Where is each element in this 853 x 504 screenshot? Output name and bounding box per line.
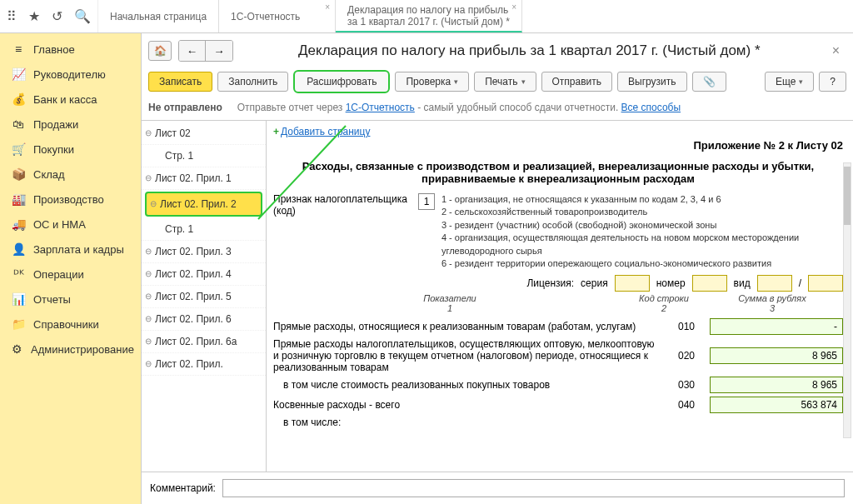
factory-icon: 🏭 (12, 192, 25, 206)
sidebar-item-bank[interactable]: 💰Банк и касса (0, 87, 141, 112)
tree-sheet02-apx6a[interactable]: ⊖Лист 02. Прил. 6а (142, 331, 266, 353)
add-page-link[interactable]: Добавить страницу (281, 126, 370, 137)
truck-icon: 🚚 (12, 217, 25, 231)
tab-start[interactable]: Начальная страница (98, 0, 219, 32)
tree-sheet02-apx1[interactable]: ⊖Лист 02. Прил. 1 (142, 167, 266, 190)
chevron-down-icon: ▾ (454, 77, 458, 86)
link-all-ways[interactable]: Все способы (621, 102, 681, 113)
sidebar-item-reports[interactable]: 📊Отчеты (0, 287, 141, 312)
collapse-icon[interactable]: ⊖ (145, 292, 152, 301)
tree-sheet02-apx-more[interactable]: ⊖Лист 02. Прил. (142, 353, 266, 376)
tree-sheet02-apx5[interactable]: ⊖Лист 02. Прил. 5 (142, 286, 266, 308)
collapse-icon[interactable]: ⊖ (145, 359, 152, 368)
tree-sheet02[interactable]: ⊖Лист 02 (142, 122, 266, 145)
appendix-title: Приложение № 2 к Листу 02 (273, 139, 843, 152)
sidebar-item-manager[interactable]: 📈Руководителю (0, 62, 141, 87)
collapse-icon[interactable]: ⊖ (145, 337, 152, 346)
sidebar-item-sales[interactable]: 🛍Продажи (0, 112, 141, 137)
person-icon: 👤 (12, 242, 25, 256)
sidebar-item-catalogs[interactable]: 📁Справочники (0, 312, 141, 337)
value-030[interactable]: 8 965 (710, 377, 843, 393)
chart-icon: 📈 (12, 67, 25, 81)
license-sub-input[interactable] (808, 275, 843, 292)
attach-button[interactable]: 📎 (692, 72, 726, 92)
sidebar: ≡Главное 📈Руководителю 💰Банк и касса 🛍Пр… (0, 33, 142, 504)
sidebar-item-payroll[interactable]: 👤Зарплата и кадры (0, 237, 141, 262)
row-incl: в том числе: (273, 417, 843, 428)
check-button[interactable]: Проверка▾ (395, 72, 469, 92)
chevron-down-icon: ▾ (799, 77, 803, 86)
send-status: Не отправлено (148, 102, 222, 113)
top-icon-bar: ⠿ ★ ↺ 🔍 (0, 0, 98, 32)
star-icon[interactable]: ★ (28, 8, 40, 24)
close-icon[interactable]: × (325, 2, 330, 12)
link-1c-reporting[interactable]: 1С-Отчетность (346, 102, 415, 113)
row-040: Косвенные расходы - всего 040 563 874 (273, 397, 843, 413)
more-button[interactable]: Еще▾ (765, 72, 814, 92)
license-type-input[interactable] (757, 275, 792, 292)
tab-declaration[interactable]: Декларация по налогу на прибыльза 1 квар… (336, 0, 522, 32)
status-message: Отправьте отчет через 1С-Отчетность - са… (237, 102, 681, 113)
collapse-icon[interactable]: ⊖ (145, 314, 152, 323)
gear-icon: ⚙ (12, 342, 22, 356)
value-020[interactable]: 8 965 (710, 347, 843, 364)
help-button[interactable]: ? (819, 72, 846, 92)
collapse-icon[interactable]: ⊖ (145, 173, 152, 182)
folder-icon: 📁 (12, 317, 25, 331)
collapse-icon[interactable]: ⊖ (145, 247, 152, 256)
bank-icon: 💰 (12, 92, 25, 106)
home-button[interactable]: 🏠 (148, 41, 172, 61)
apps-icon[interactable]: ⠿ (7, 8, 17, 24)
close-icon[interactable]: × (826, 43, 846, 58)
taxpayer-code[interactable]: 1 (418, 193, 434, 210)
row-030: в том числе стоимость реализованных поку… (273, 377, 843, 393)
tree-sheet02-apx6[interactable]: ⊖Лист 02. Прил. 6 (142, 308, 266, 331)
sidebar-item-operations[interactable]: ᴰᴷОперации (0, 262, 141, 287)
taxpayer-label: Признак налогоплательщика (код) (273, 193, 412, 217)
sidebar-item-production[interactable]: 🏭Производство (0, 187, 141, 212)
sidebar-item-main[interactable]: ≡Главное (0, 37, 141, 62)
section-tree[interactable]: ⊖Лист 02 Стр. 1 ⊖Лист 02. Прил. 1 ⊖Лист … (142, 121, 267, 472)
form-content: +Добавить страницу Приложение № 2 к Лист… (267, 121, 853, 472)
value-010[interactable]: - (710, 318, 843, 335)
search-icon[interactable]: 🔍 (74, 8, 91, 24)
sidebar-item-warehouse[interactable]: 📦Склад (0, 162, 141, 187)
tab-strip: Начальная страница 1С-Отчетность× Деклар… (98, 0, 522, 32)
license-number-input[interactable] (692, 275, 727, 292)
cart-icon: 🛒 (12, 142, 25, 156)
row-020: Прямые расходы налогоплательщиков, осуще… (273, 338, 843, 373)
tree-sheet02-apx2-p1[interactable]: Стр. 1 (142, 218, 266, 241)
chevron-down-icon: ▾ (521, 77, 526, 86)
comment-label: Комментарий: (150, 482, 216, 494)
tree-sheet02-apx4[interactable]: ⊖Лист 02. Прил. 4 (142, 263, 266, 286)
history-icon[interactable]: ↺ (52, 8, 62, 24)
collapse-icon[interactable]: ⊖ (150, 199, 157, 208)
forward-button[interactable]: → (206, 41, 232, 61)
back-button[interactable]: ← (179, 41, 206, 61)
dk-icon: ᴰᴷ (12, 267, 25, 281)
collapse-icon[interactable]: ⊖ (145, 128, 152, 137)
sidebar-item-assets[interactable]: 🚚ОС и НМА (0, 212, 141, 237)
tab-1c-reporting[interactable]: 1С-Отчетность× (219, 0, 336, 32)
save-button[interactable]: Записать (148, 72, 212, 92)
send-button[interactable]: Отправить (541, 72, 613, 92)
sidebar-item-purchase[interactable]: 🛒Покупки (0, 137, 141, 162)
appendix-heading: Расходы, связанные с производством и реа… (298, 160, 818, 185)
sidebar-item-admin[interactable]: ⚙Администрирование (0, 337, 141, 362)
license-series-input[interactable] (615, 275, 650, 292)
close-icon[interactable]: × (511, 2, 516, 12)
collapse-icon[interactable]: ⊖ (145, 269, 152, 278)
comment-input[interactable] (222, 479, 845, 497)
export-button[interactable]: Выгрузить (617, 72, 687, 92)
tree-sheet02-apx2[interactable]: ⊖Лист 02. Прил. 2 (145, 192, 262, 217)
menu-icon: ≡ (12, 42, 25, 56)
tree-sheet02-p1[interactable]: Стр. 1 (142, 145, 266, 167)
scrollbar[interactable] (843, 162, 851, 438)
value-040[interactable]: 563 874 (710, 397, 843, 413)
print-button[interactable]: Печать▾ (474, 72, 536, 92)
license-row: Лицензия: серия номер вид / (273, 275, 843, 292)
decode-button[interactable]: Расшифровать (293, 70, 390, 93)
fill-button[interactable]: Заполнить (217, 72, 288, 92)
tree-sheet02-apx3[interactable]: ⊖Лист 02. Прил. 3 (142, 241, 266, 263)
box-icon: 📦 (12, 167, 25, 181)
